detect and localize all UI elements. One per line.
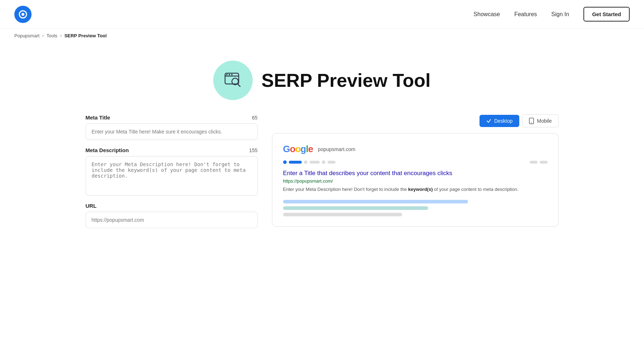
svg-point-5 bbox=[229, 74, 230, 75]
serp-desc-before: Enter your Meta Description here! Don't … bbox=[283, 187, 407, 192]
serp-desc-after: of your page content to meta description… bbox=[434, 187, 519, 192]
serp-header: Google popupsmart.com bbox=[283, 144, 548, 155]
meta-title-label: Meta Title bbox=[86, 114, 110, 121]
hero-icon bbox=[213, 61, 253, 100]
meta-description-group: Meta Description 155 bbox=[86, 147, 258, 196]
breadcrumb-sep1: > bbox=[42, 33, 44, 38]
meta-description-count: 155 bbox=[249, 147, 257, 153]
bottom-line-3 bbox=[283, 213, 402, 216]
desktop-label: Desktop bbox=[494, 118, 512, 124]
serp-tool-icon bbox=[222, 70, 244, 91]
g-red: o bbox=[290, 144, 295, 154]
mobile-icon bbox=[529, 118, 534, 124]
dot-2 bbox=[304, 160, 307, 164]
logo-icon bbox=[18, 9, 28, 19]
g-yellow: o bbox=[295, 144, 301, 154]
bottom-line-1 bbox=[283, 200, 468, 203]
dot-line-3 bbox=[328, 161, 335, 164]
breadcrumb-tools[interactable]: Tools bbox=[47, 33, 57, 38]
url-group: URL bbox=[86, 203, 258, 228]
desktop-toggle[interactable]: Desktop bbox=[480, 115, 519, 127]
g-blue: G bbox=[283, 144, 290, 154]
left-panel: Meta Title 65 Meta Description 155 URL bbox=[86, 114, 258, 228]
url-label: URL bbox=[86, 203, 97, 209]
check-icon bbox=[486, 118, 491, 123]
svg-point-1 bbox=[22, 13, 24, 16]
right-panel: Desktop Mobile Google popupsmart.com bbox=[272, 114, 559, 228]
serp-result-url: https://popupsmart.com/ bbox=[283, 178, 548, 184]
breadcrumb-home[interactable]: Popupsmart bbox=[14, 33, 39, 38]
logo[interactable] bbox=[14, 6, 32, 23]
dot-line-1 bbox=[289, 161, 302, 164]
g-red2: e bbox=[308, 144, 313, 154]
nav-showcase[interactable]: Showcase bbox=[473, 11, 500, 18]
view-toggle: Desktop Mobile bbox=[272, 114, 559, 127]
mobile-label: Mobile bbox=[537, 118, 552, 124]
serp-preview-card: Google popupsmart.com Enter a Title that… bbox=[272, 133, 559, 227]
serp-search-bar: popupsmart.com bbox=[318, 146, 355, 152]
header-nav: Showcase Features Sign In Get Started bbox=[473, 7, 630, 22]
breadcrumb-sep2: > bbox=[59, 33, 62, 38]
mobile-toggle[interactable]: Mobile bbox=[522, 114, 558, 127]
url-header: URL bbox=[86, 203, 258, 209]
breadcrumb-current: SERP Preview Tool bbox=[65, 33, 107, 38]
dot-line-sm-1 bbox=[530, 161, 538, 164]
meta-description-header: Meta Description 155 bbox=[86, 147, 258, 153]
dots-right bbox=[530, 161, 548, 164]
main-content: Meta Title 65 Meta Description 155 URL bbox=[71, 114, 573, 243]
svg-point-4 bbox=[226, 74, 228, 75]
dot-3 bbox=[322, 160, 325, 164]
nav-features[interactable]: Features bbox=[514, 11, 537, 18]
svg-point-10 bbox=[531, 122, 532, 123]
serp-result-description: Enter your Meta Description here! Don't … bbox=[283, 186, 548, 193]
hero-section: SERP Preview Tool bbox=[0, 43, 644, 114]
dot-line-2 bbox=[310, 161, 320, 164]
url-input[interactable] bbox=[86, 212, 258, 228]
serp-bottom-lines bbox=[283, 200, 548, 216]
serp-desc-keyword: keyword(s) bbox=[408, 187, 433, 192]
serp-result-title[interactable]: Enter a Title that describes your conten… bbox=[283, 169, 548, 178]
svg-point-6 bbox=[231, 74, 233, 75]
meta-title-group: Meta Title 65 bbox=[86, 114, 258, 140]
serp-nav-dots bbox=[283, 160, 548, 164]
logo-circle bbox=[14, 6, 32, 23]
meta-description-label: Meta Description bbox=[86, 147, 129, 153]
dot-line-sm-2 bbox=[540, 161, 548, 164]
bottom-line-2 bbox=[283, 206, 429, 210]
g-blue2: g bbox=[301, 144, 306, 154]
meta-title-count: 65 bbox=[252, 115, 258, 121]
page-title: SERP Preview Tool bbox=[261, 70, 430, 91]
meta-description-input[interactable] bbox=[86, 156, 258, 196]
meta-title-header: Meta Title 65 bbox=[86, 114, 258, 121]
svg-line-8 bbox=[237, 84, 240, 86]
dot-1 bbox=[283, 160, 287, 164]
get-started-button[interactable]: Get Started bbox=[583, 7, 630, 22]
google-logo: Google bbox=[283, 144, 313, 155]
meta-title-input[interactable] bbox=[86, 123, 258, 140]
header: Showcase Features Sign In Get Started bbox=[0, 0, 644, 29]
breadcrumb: Popupsmart > Tools > SERP Preview Tool bbox=[0, 29, 644, 43]
nav-sign-in[interactable]: Sign In bbox=[551, 11, 569, 18]
